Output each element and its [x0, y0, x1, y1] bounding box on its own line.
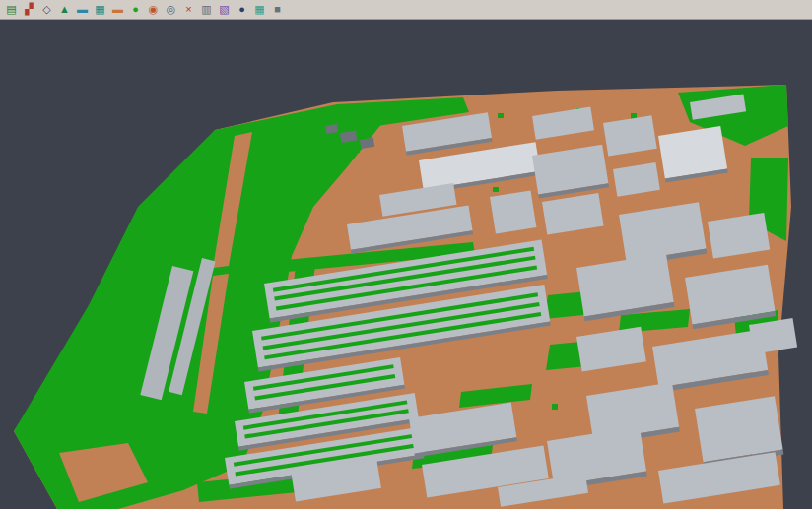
- water-level-icon[interactable]: ▬: [74, 2, 91, 18]
- layers-icon[interactable]: ▤: [3, 2, 20, 18]
- polyline-icon[interactable]: ◇: [38, 2, 55, 18]
- mesh-icon[interactable]: ▦: [251, 2, 268, 18]
- scene-canvas: [0, 20, 812, 509]
- cross-section-icon[interactable]: ▥: [198, 2, 215, 18]
- application-window: ▤▞◇▲▬▦▬●◉◎×▥▧●▦■: [0, 0, 812, 509]
- main-toolbar: ▤▞◇▲▬▦▬●◉◎×▥▧●▦■: [0, 0, 812, 20]
- settings-icon[interactable]: ◎: [163, 2, 179, 18]
- grid-icon[interactable]: ▦: [92, 2, 108, 18]
- point-cloud-icon[interactable]: ▞: [21, 2, 37, 18]
- terrain-icon[interactable]: ▲: [56, 2, 73, 18]
- snapshot-icon[interactable]: ■: [269, 2, 286, 18]
- globe-icon[interactable]: ●: [234, 2, 250, 18]
- delete-icon[interactable]: ×: [180, 2, 197, 18]
- ground-class-icon[interactable]: ▬: [109, 2, 126, 18]
- viewport-3d[interactable]: [0, 20, 812, 509]
- palette-icon[interactable]: ▧: [216, 2, 233, 18]
- classification-icon[interactable]: ◉: [145, 2, 162, 18]
- vegetation-class-icon[interactable]: ●: [127, 2, 144, 18]
